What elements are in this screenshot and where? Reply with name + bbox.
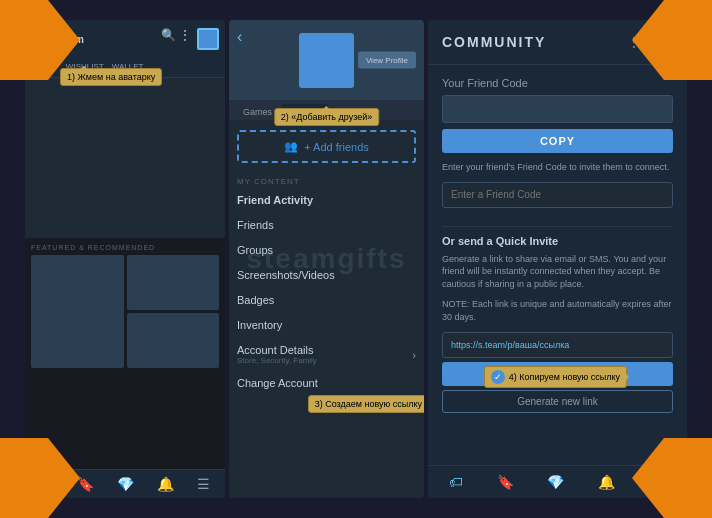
menu-inventory[interactable]: Inventory: [229, 313, 424, 338]
comm-nav-bookmark[interactable]: 🔖: [497, 474, 514, 490]
my-content-label: MY CONTENT: [229, 173, 424, 188]
friend-code-input[interactable]: [442, 95, 673, 123]
menu-friend-activity[interactable]: Friend Activity: [229, 188, 424, 213]
add-friends-button[interactable]: 👥 + Add friends: [237, 130, 416, 163]
community-content: Your Friend Code COPY Enter your friend'…: [428, 65, 687, 465]
comm-nav-diamond[interactable]: 💎: [547, 474, 564, 490]
check-icon: ✓: [491, 370, 505, 384]
menu-change-account[interactable]: Change Account: [229, 371, 424, 396]
featured-item-main: [31, 255, 124, 368]
featured-item-1: [127, 255, 220, 310]
account-details-sub: Store, Security, Family: [237, 356, 317, 365]
note-text: NOTE: Each link is unique and automatica…: [442, 298, 673, 323]
comm-nav-tag[interactable]: 🏷: [449, 474, 463, 490]
right-panel: COMMUNITY ⋮ Your Friend Code COPY Enter …: [428, 20, 687, 498]
search-icon[interactable]: 🔍: [161, 28, 175, 42]
view-profile-button[interactable]: View Profile: [358, 52, 416, 69]
chevron-right-icon: ›: [412, 349, 416, 361]
profile-avatar-area: View Profile: [229, 20, 424, 100]
menu-account-details[interactable]: Account Details Store, Security, Family …: [229, 338, 424, 371]
tooltip-4-text: 4) Копируем новую ссылку: [509, 372, 620, 382]
add-friends-label: + Add friends: [304, 141, 369, 153]
left-hero-area: [25, 78, 225, 238]
menu-badges[interactable]: Badges: [229, 288, 424, 313]
nav-bookmark-icon[interactable]: 🔖: [77, 476, 94, 492]
community-title: COMMUNITY: [442, 34, 546, 50]
profile-avatar[interactable]: [299, 33, 354, 88]
menu-icon[interactable]: ⋮: [179, 28, 193, 42]
nav-list-icon[interactable]: ☰: [197, 476, 210, 492]
steam-header-icons: 🔍 ⋮: [161, 28, 219, 50]
featured-grid: [31, 255, 219, 368]
divider: [442, 226, 673, 227]
left-panel: 1) Жмем на аватарку Steam 🔍 ⋮ МЕНЮ WISHL…: [25, 20, 225, 498]
avatar[interactable]: [197, 28, 219, 50]
your-friend-code-label: Your Friend Code: [442, 77, 673, 89]
main-container: 1) Жмем на аватарку Steam 🔍 ⋮ МЕНЮ WISHL…: [25, 20, 687, 498]
enter-description: Enter your friend's Friend Code to invit…: [442, 161, 673, 174]
comm-nav-bell[interactable]: 🔔: [598, 474, 615, 490]
menu-account-details-label: Account Details: [237, 344, 317, 356]
link-display: https://s.team/p/ваша/ссылка: [442, 332, 673, 358]
quick-invite-label: Or send a Quick Invite: [442, 235, 673, 247]
enter-friend-code-input[interactable]: [442, 182, 673, 208]
featured-section: FEATURED & RECOMMENDED: [25, 238, 225, 374]
tooltip-avatar: 1) Жмем на аватарку: [60, 68, 162, 86]
featured-item-2: [127, 313, 220, 368]
nav-bell-icon[interactable]: 🔔: [157, 476, 174, 492]
back-button[interactable]: ‹: [237, 28, 242, 46]
menu-friends[interactable]: Friends: [229, 213, 424, 238]
menu-screenshots[interactable]: Screenshots/Videos: [229, 263, 424, 288]
middle-panel: ‹ View Profile 2) «Добавить друзей» Game…: [229, 20, 424, 498]
copy-friend-code-button[interactable]: COPY: [442, 129, 673, 153]
tooltip-copy-link: ✓ 4) Копируем новую ссылку: [484, 366, 627, 388]
menu-groups[interactable]: Groups: [229, 238, 424, 263]
add-friends-icon: 👥: [284, 140, 298, 153]
tooltip-new-link: 3) Создаем новую ссылку: [308, 395, 424, 413]
featured-label: FEATURED & RECOMMENDED: [31, 244, 219, 251]
tooltip-add-friends: 2) «Добавить друзей»: [274, 108, 380, 126]
nav-diamond-icon[interactable]: 💎: [117, 476, 134, 492]
quick-invite-desc: Generate a link to share via email or SM…: [442, 253, 673, 291]
generate-new-link-button[interactable]: Generate new link: [442, 390, 673, 413]
